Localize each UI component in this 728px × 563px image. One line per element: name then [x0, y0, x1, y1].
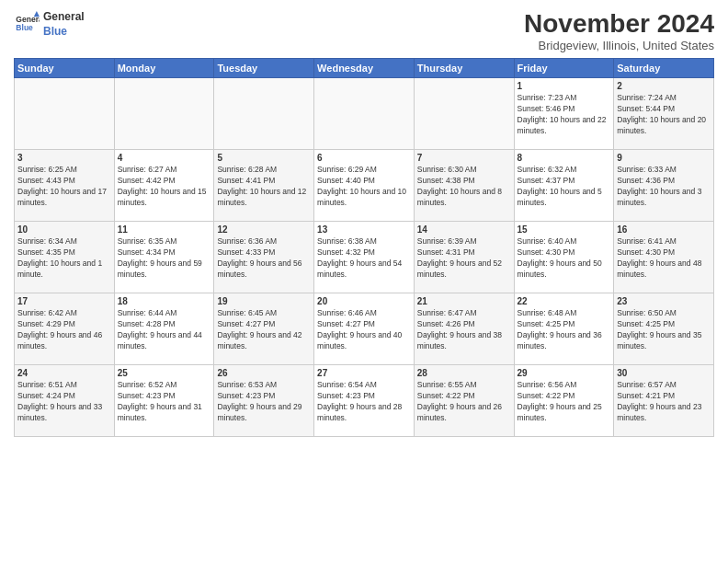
day-info: Sunrise: 6:54 AMSunset: 4:23 PMDaylight:… [317, 380, 411, 424]
calendar-cell: 10Sunrise: 6:34 AMSunset: 4:35 PMDayligh… [15, 222, 115, 293]
day-info: Sunrise: 6:52 AMSunset: 4:23 PMDaylight:… [118, 380, 211, 424]
calendar-cell: 2Sunrise: 7:24 AMSunset: 5:44 PMDaylight… [614, 78, 714, 150]
calendar-cell [214, 78, 314, 150]
logo-text: General Blue [43, 9, 85, 38]
day-info: Sunrise: 6:30 AMSunset: 4:38 PMDaylight:… [417, 165, 511, 209]
svg-text:Blue: Blue [16, 23, 33, 32]
day-number: 16 [617, 224, 711, 235]
day-info: Sunrise: 6:46 AMSunset: 4:27 PMDaylight:… [317, 308, 411, 352]
calendar-cell: 16Sunrise: 6:41 AMSunset: 4:30 PMDayligh… [614, 222, 714, 293]
header: General Blue General Blue November 2024 … [14, 9, 714, 52]
day-number: 1 [518, 81, 611, 91]
calendar-cell [114, 78, 214, 150]
weekday-header-wednesday: Wednesday [314, 59, 415, 78]
calendar-cell: 30Sunrise: 6:57 AMSunset: 4:21 PMDayligh… [614, 365, 714, 437]
day-number: 26 [217, 368, 311, 378]
day-info: Sunrise: 6:34 AMSunset: 4:35 PMDaylight:… [17, 236, 111, 281]
calendar-cell: 27Sunrise: 6:54 AMSunset: 4:23 PMDayligh… [314, 365, 415, 437]
day-number: 11 [118, 224, 211, 235]
calendar-week-row: 1Sunrise: 7:23 AMSunset: 5:46 PMDaylight… [15, 78, 714, 150]
day-info: Sunrise: 6:50 AMSunset: 4:25 PMDaylight:… [617, 308, 711, 352]
day-info: Sunrise: 6:44 AMSunset: 4:28 PMDaylight:… [118, 308, 211, 352]
location-title: Bridgeview, Illinois, United States [524, 39, 714, 52]
day-info: Sunrise: 6:45 AMSunset: 4:27 PMDaylight:… [217, 308, 311, 352]
day-number: 4 [118, 153, 211, 163]
calendar-cell: 25Sunrise: 6:52 AMSunset: 4:23 PMDayligh… [114, 365, 214, 437]
calendar-cell: 19Sunrise: 6:45 AMSunset: 4:27 PMDayligh… [214, 293, 314, 365]
calendar-cell: 26Sunrise: 6:53 AMSunset: 4:23 PMDayligh… [214, 365, 314, 437]
day-info: Sunrise: 6:42 AMSunset: 4:29 PMDaylight:… [17, 308, 111, 352]
day-info: Sunrise: 6:35 AMSunset: 4:34 PMDaylight:… [118, 236, 211, 281]
weekday-header-thursday: Thursday [414, 59, 514, 78]
day-info: Sunrise: 6:40 AMSunset: 4:30 PMDaylight:… [518, 236, 611, 281]
month-title: November 2024 [524, 9, 714, 39]
day-info: Sunrise: 6:57 AMSunset: 4:21 PMDaylight:… [617, 380, 711, 424]
calendar-cell [314, 78, 415, 150]
calendar-cell: 5Sunrise: 6:28 AMSunset: 4:41 PMDaylight… [214, 150, 314, 222]
day-number: 19 [217, 296, 311, 306]
calendar-page: General Blue General Blue November 2024 … [0, 0, 728, 563]
calendar-cell: 24Sunrise: 6:51 AMSunset: 4:24 PMDayligh… [15, 365, 115, 437]
calendar-week-row: 3Sunrise: 6:25 AMSunset: 4:43 PMDaylight… [15, 150, 714, 222]
day-info: Sunrise: 6:36 AMSunset: 4:33 PMDaylight:… [217, 236, 311, 281]
calendar-cell: 14Sunrise: 6:39 AMSunset: 4:31 PMDayligh… [414, 222, 514, 293]
day-number: 29 [518, 368, 611, 378]
day-number: 20 [317, 296, 411, 306]
day-info: Sunrise: 7:23 AMSunset: 5:46 PMDaylight:… [518, 93, 611, 137]
day-number: 7 [417, 153, 511, 163]
day-number: 14 [417, 224, 511, 235]
calendar-week-row: 24Sunrise: 6:51 AMSunset: 4:24 PMDayligh… [15, 365, 714, 437]
calendar-cell: 22Sunrise: 6:48 AMSunset: 4:25 PMDayligh… [514, 293, 614, 365]
calendar-cell: 6Sunrise: 6:29 AMSunset: 4:40 PMDaylight… [314, 150, 415, 222]
calendar-cell: 9Sunrise: 6:33 AMSunset: 4:36 PMDaylight… [614, 150, 714, 222]
calendar-cell: 21Sunrise: 6:47 AMSunset: 4:26 PMDayligh… [414, 293, 514, 365]
calendar-cell: 15Sunrise: 6:40 AMSunset: 4:30 PMDayligh… [514, 222, 614, 293]
calendar-cell: 7Sunrise: 6:30 AMSunset: 4:38 PMDaylight… [414, 150, 514, 222]
day-number: 30 [617, 368, 711, 378]
day-number: 6 [317, 153, 411, 163]
calendar-cell: 28Sunrise: 6:55 AMSunset: 4:22 PMDayligh… [414, 365, 514, 437]
weekday-header-tuesday: Tuesday [214, 59, 314, 78]
day-info: Sunrise: 6:33 AMSunset: 4:36 PMDaylight:… [617, 165, 711, 209]
day-info: Sunrise: 6:28 AMSunset: 4:41 PMDaylight:… [217, 165, 311, 209]
weekday-header-monday: Monday [114, 59, 214, 78]
day-number: 27 [317, 368, 411, 378]
calendar-cell: 23Sunrise: 6:50 AMSunset: 4:25 PMDayligh… [614, 293, 714, 365]
day-number: 17 [17, 296, 111, 306]
day-info: Sunrise: 6:47 AMSunset: 4:26 PMDaylight:… [417, 308, 511, 352]
day-info: Sunrise: 6:32 AMSunset: 4:37 PMDaylight:… [518, 165, 611, 209]
weekday-header-sunday: Sunday [15, 59, 115, 78]
day-number: 3 [17, 153, 111, 163]
day-info: Sunrise: 6:53 AMSunset: 4:23 PMDaylight:… [217, 380, 311, 424]
day-number: 21 [417, 296, 511, 306]
day-number: 23 [617, 296, 711, 306]
calendar-table: SundayMondayTuesdayWednesdayThursdayFrid… [14, 58, 714, 437]
logo-icon: General Blue [14, 11, 40, 37]
day-number: 22 [518, 296, 611, 306]
weekday-header-saturday: Saturday [614, 59, 714, 78]
day-info: Sunrise: 6:41 AMSunset: 4:30 PMDaylight:… [617, 236, 711, 281]
calendar-week-row: 10Sunrise: 6:34 AMSunset: 4:35 PMDayligh… [15, 222, 714, 293]
day-number: 15 [518, 224, 611, 235]
calendar-cell: 4Sunrise: 6:27 AMSunset: 4:42 PMDaylight… [114, 150, 214, 222]
day-info: Sunrise: 6:27 AMSunset: 4:42 PMDaylight:… [118, 165, 211, 209]
weekday-header-row: SundayMondayTuesdayWednesdayThursdayFrid… [15, 59, 714, 78]
day-number: 5 [217, 153, 311, 163]
calendar-cell: 13Sunrise: 6:38 AMSunset: 4:32 PMDayligh… [314, 222, 415, 293]
day-info: Sunrise: 6:55 AMSunset: 4:22 PMDaylight:… [417, 380, 511, 424]
calendar-cell: 11Sunrise: 6:35 AMSunset: 4:34 PMDayligh… [114, 222, 214, 293]
day-number: 18 [118, 296, 211, 306]
calendar-cell: 8Sunrise: 6:32 AMSunset: 4:37 PMDaylight… [514, 150, 614, 222]
logo-line2: Blue [43, 25, 67, 38]
calendar-cell [15, 78, 115, 150]
day-number: 2 [617, 81, 711, 91]
day-info: Sunrise: 6:38 AMSunset: 4:32 PMDaylight:… [317, 236, 411, 281]
calendar-cell [414, 78, 514, 150]
day-number: 28 [417, 368, 511, 378]
day-info: Sunrise: 6:29 AMSunset: 4:40 PMDaylight:… [317, 165, 411, 209]
day-info: Sunrise: 6:51 AMSunset: 4:24 PMDaylight:… [17, 380, 111, 424]
calendar-cell: 1Sunrise: 7:23 AMSunset: 5:46 PMDaylight… [514, 78, 614, 150]
calendar-cell: 29Sunrise: 6:56 AMSunset: 4:22 PMDayligh… [514, 365, 614, 437]
calendar-cell: 3Sunrise: 6:25 AMSunset: 4:43 PMDaylight… [15, 150, 115, 222]
calendar-week-row: 17Sunrise: 6:42 AMSunset: 4:29 PMDayligh… [15, 293, 714, 365]
